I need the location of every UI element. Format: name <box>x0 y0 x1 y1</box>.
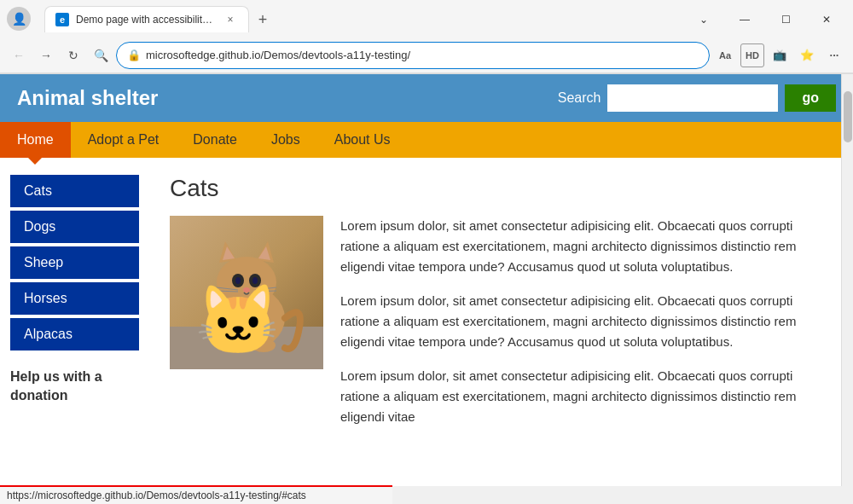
svg-line-14 <box>217 287 238 290</box>
text-content: Lorem ipsum dolor, sit amet consectetur … <box>340 216 833 441</box>
tab-close-button[interactable]: × <box>223 12 238 27</box>
website-content: Animal shelter Search go Home Adopt a Pe… <box>0 74 853 486</box>
address-icons: Aa HD 📺 ⭐ ··· <box>713 43 846 67</box>
address-text: microsoftedge.github.io/Demos/devtools-a… <box>146 49 699 61</box>
maximize-button[interactable]: ☐ <box>766 7 805 32</box>
main-content: Cats <box>149 158 853 472</box>
title-bar: 👤 e Demo page with accessibility iss × +… <box>0 0 853 38</box>
svg-point-3 <box>208 286 285 350</box>
site-header: Animal shelter Search go <box>0 74 853 122</box>
address-bar: ← → ↻ 🔍 🔒 microsoftedge.github.io/Demos/… <box>0 38 853 73</box>
svg-point-4 <box>217 257 276 308</box>
content-area: Cats Dogs Sheep Horses Alpacas Help us w… <box>0 158 853 472</box>
svg-point-19 <box>252 339 276 352</box>
tab-favicon: e <box>55 13 69 26</box>
sidebar-item-sheep[interactable]: Sheep <box>10 246 139 279</box>
paragraph-3: Lorem ipsum dolor, sit amet consectetur … <box>340 366 833 427</box>
nav-item-home[interactable]: Home <box>0 122 71 158</box>
svg-point-18 <box>218 339 241 352</box>
svg-point-12 <box>252 277 258 284</box>
nav-item-donate[interactable]: Donate <box>176 122 254 158</box>
svg-line-15 <box>217 291 238 292</box>
donation-text: Help us with a donation <box>10 368 139 406</box>
more-options-icon[interactable]: ··· <box>822 43 846 67</box>
address-input[interactable]: 🔒 microsoftedge.github.io/Demos/devtools… <box>116 42 710 69</box>
favorites-star-icon[interactable]: ⭐ <box>795 43 819 67</box>
scrollbar-thumb[interactable] <box>844 91 852 142</box>
svg-point-9 <box>232 274 244 287</box>
scrollbar[interactable] <box>841 74 853 486</box>
paragraph-1: Lorem ipsum dolor, sit amet consectetur … <box>340 216 833 277</box>
tab-bar: e Demo page with accessibility iss × + <box>38 6 281 32</box>
forward-button[interactable]: → <box>34 43 58 67</box>
nav-bar: Home Adopt a Pet Donate Jobs About Us <box>0 122 853 158</box>
hd-icon[interactable]: HD <box>740 43 764 67</box>
svg-line-17 <box>255 291 276 292</box>
site-title: Animal shelter <box>17 86 158 110</box>
new-tab-button[interactable]: + <box>251 9 275 32</box>
cat-image <box>170 216 323 369</box>
search-label: Search <box>558 90 601 106</box>
sidebar: Cats Dogs Sheep Horses Alpacas Help us w… <box>0 158 149 472</box>
svg-line-16 <box>255 287 276 290</box>
svg-point-10 <box>249 274 261 287</box>
search-button[interactable]: 🔍 <box>89 43 113 67</box>
nav-item-about[interactable]: About Us <box>317 122 408 158</box>
window-controls: ⌄ — ☐ ✕ <box>684 7 846 32</box>
svg-point-13 <box>243 287 250 293</box>
sidebar-item-cats[interactable]: Cats <box>10 175 139 207</box>
close-button[interactable]: ✕ <box>807 7 846 32</box>
page-heading: Cats <box>170 175 833 202</box>
window-chevron[interactable]: ⌄ <box>684 7 723 32</box>
status-url: https://microsoftedge.github.io/Demos/de… <box>7 490 306 501</box>
sidebar-item-alpacas[interactable]: Alpacas <box>10 318 139 350</box>
read-aloud-icon[interactable]: Aa <box>713 43 737 67</box>
active-tab[interactable]: e Demo page with accessibility iss × <box>44 6 249 32</box>
tab-title: Demo page with accessibility iss <box>76 14 216 26</box>
search-go-button[interactable]: go <box>785 84 836 112</box>
paragraph-2: Lorem ipsum dolor, sit amet consectetur … <box>340 291 833 352</box>
sidebar-item-horses[interactable]: Horses <box>10 282 139 315</box>
nav-item-adopt[interactable]: Adopt a Pet <box>71 122 177 158</box>
browser-chrome: 👤 e Demo page with accessibility iss × +… <box>0 0 853 74</box>
search-area: Search go <box>558 84 836 112</box>
minimize-button[interactable]: — <box>725 7 764 32</box>
refresh-button[interactable]: ↻ <box>61 43 85 67</box>
svg-point-11 <box>235 277 241 284</box>
nav-item-jobs[interactable]: Jobs <box>254 122 317 158</box>
content-section: Lorem ipsum dolor, sit amet consectetur … <box>170 216 833 441</box>
avatar: 👤 <box>7 7 31 31</box>
sidebar-item-dogs[interactable]: Dogs <box>10 211 139 243</box>
picture-in-picture-icon[interactable]: 📺 <box>768 43 792 67</box>
search-input[interactable] <box>607 84 778 112</box>
back-button[interactable]: ← <box>7 43 31 67</box>
status-bar: https://microsoftedge.github.io/Demos/de… <box>0 485 392 504</box>
